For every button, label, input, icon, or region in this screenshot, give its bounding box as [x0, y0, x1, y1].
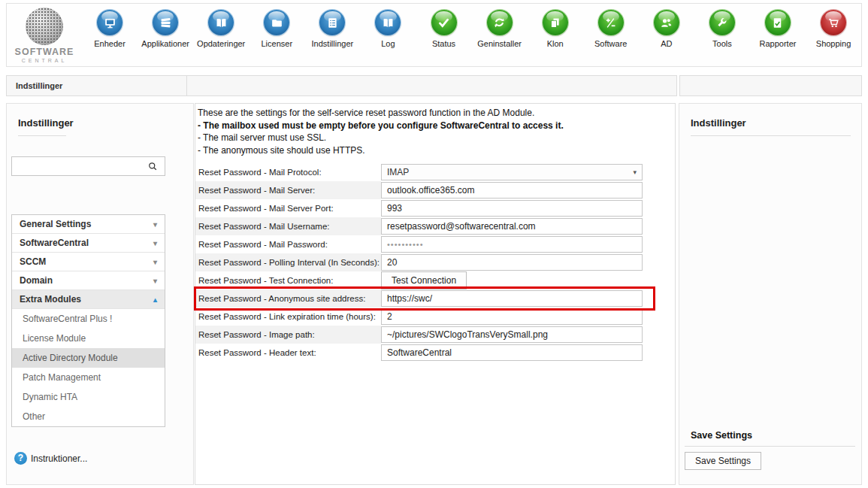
sidebar-item-other[interactable]: Other — [12, 407, 165, 426]
search-icon — [147, 161, 159, 172]
intro-line-1: These are the settings for the self-serv… — [198, 107, 669, 120]
toolbar-item-tools[interactable]: Tools — [694, 10, 750, 66]
field-label: Reset Password - Image path: — [195, 326, 381, 344]
mail-username-input[interactable] — [381, 218, 643, 235]
field-label: Reset Password - Test Connection: — [195, 271, 381, 289]
toolbar-item-rapporter[interactable]: Rapporter — [750, 10, 806, 66]
toolbar-item-status[interactable]: Status — [416, 10, 471, 66]
toolbar-item-label: Log — [381, 39, 395, 48]
chevron-down-icon: ▾ — [153, 215, 157, 234]
right-panel: Indstillinger Save Settings Save Setting… — [679, 103, 862, 485]
toolbar-item-indstillinger[interactable]: Indstillinger — [304, 10, 360, 66]
mail-server-port-input[interactable] — [381, 200, 643, 217]
settings-accordion: General Settings ▾ SoftwareCentral ▾ SCC… — [11, 214, 165, 427]
sidebar-title: Indstillinger — [18, 117, 193, 129]
toolbar-item-klon[interactable]: Klon — [528, 10, 583, 66]
toolbar-item-ad[interactable]: AD — [639, 10, 694, 66]
check-icon — [431, 10, 457, 35]
sidebar-item-patch-management[interactable]: Patch Management — [12, 368, 165, 387]
toolbar-item-label: Enheder — [94, 39, 126, 48]
instructions-label: Instruktioner... — [31, 453, 87, 464]
form-row: Reset Password - Image path: — [195, 326, 675, 344]
monitor-icon — [97, 10, 122, 35]
anonymous-site-input[interactable] — [381, 290, 643, 307]
field-label: Reset Password - Header text: — [195, 344, 381, 362]
toolbar-item-enheder[interactable]: Enheder — [82, 10, 138, 66]
users-icon — [654, 10, 679, 35]
toolbar-item-applikationer[interactable]: Applikationer — [138, 10, 193, 66]
form-row: Reset Password - Mail Server: — [195, 181, 675, 199]
reset-password-form: Reset Password - Mail Protocol: IMAP ▾ R… — [195, 163, 675, 362]
mail-server-input[interactable] — [381, 182, 643, 199]
accordion-label: Extra Modules — [20, 290, 81, 309]
search-input[interactable] — [12, 161, 147, 171]
toolbar-item-opdateringer[interactable]: Opdateringer — [193, 10, 249, 66]
folder-icon — [264, 10, 289, 35]
chevron-down-icon: ▾ — [153, 253, 157, 271]
accordion-label: General Settings — [20, 215, 91, 234]
accordion-domain[interactable]: Domain ▾ — [12, 271, 165, 290]
intro-text: These are the settings for the self-serv… — [195, 104, 675, 156]
toolbar-item-label: Status — [432, 39, 455, 48]
chevron-down-icon: ▾ — [153, 271, 157, 290]
form-row: Reset Password - Link expiration time (h… — [195, 308, 675, 326]
save-settings-button[interactable]: Save Settings — [685, 452, 761, 470]
chevron-down-icon: ▾ — [153, 234, 157, 253]
breadcrumb: Indstillinger — [6, 75, 187, 96]
shopping-cart-icon — [821, 10, 846, 35]
accordion-softwarecentral[interactable]: SoftwareCentral ▾ — [12, 234, 165, 253]
sidebar-item-dynamic-hta[interactable]: Dynamic HTA — [12, 387, 165, 407]
softwarecentral-sphere-logo — [26, 8, 63, 45]
field-label: Reset Password - Mail Server: — [195, 181, 381, 199]
breadcrumb-bar: Indstillinger — [6, 75, 862, 96]
toolbar-item-label: Applikationer — [141, 39, 189, 48]
accordion-sccm[interactable]: SCCM ▾ — [12, 253, 165, 271]
chevron-up-icon: ▴ — [153, 290, 157, 309]
header-text-input[interactable] — [381, 344, 643, 361]
sidebar-search-box[interactable] — [11, 156, 165, 176]
toolbar-item-software[interactable]: Software — [583, 10, 639, 66]
accordion-general-settings[interactable]: General Settings ▾ — [12, 215, 165, 234]
instructions-link[interactable]: ? Instruktioner... — [14, 452, 87, 465]
open-book-icon — [375, 10, 401, 35]
plus-minus-icon — [598, 10, 624, 35]
toolbar-item-geninstaller[interactable]: Geninstaller — [472, 10, 528, 66]
toolbar-items: Enheder Applikationer Opdateringer Licen… — [82, 4, 861, 66]
right-panel-title-rule — [691, 135, 851, 136]
toolbar-item-label: Geninstaller — [477, 39, 522, 48]
toolbar-item-label: Licenser — [261, 39, 292, 48]
softwarecentral-logo: SOFTWARE CENTRAL — [7, 4, 82, 66]
top-toolbar: SOFTWARE CENTRAL Enheder Applikationer O… — [6, 3, 862, 67]
field-label: Reset Password - Mail Server Port: — [195, 199, 381, 217]
sidebar-title-rule — [18, 135, 66, 136]
field-label: Reset Password - Polling Interval (In Se… — [195, 253, 381, 271]
intro-line-4: - The anonymous site should use HTTPS. — [198, 144, 669, 157]
toolbar-item-licenser[interactable]: Licenser — [249, 10, 304, 66]
test-connection-button[interactable]: Test Connection — [381, 271, 467, 289]
settings-main-panel: These are the settings for the self-serv… — [195, 103, 676, 485]
breadcrumb-spacer-right — [679, 75, 862, 96]
accordion-extra-modules[interactable]: Extra Modules ▴ — [12, 290, 165, 309]
chevron-down-icon: ▾ — [633, 168, 637, 176]
image-path-input[interactable] — [381, 326, 643, 343]
settings-sidebar: Indstillinger General Settings ▾ Softwar… — [6, 103, 194, 485]
form-row: Reset Password - Test Connection: Test C… — [195, 271, 675, 289]
polling-interval-input[interactable] — [381, 254, 643, 271]
mail-password-input[interactable] — [381, 236, 643, 253]
sidebar-item-softwarecentral-plus[interactable]: SoftwareCentral Plus ! — [12, 309, 165, 329]
selected-value: IMAP — [387, 167, 409, 177]
toolbar-item-shopping[interactable]: Shopping — [806, 10, 861, 66]
intro-line-3: - The mail server must use SSL. — [198, 132, 669, 144]
toolbar-item-label: Shopping — [816, 39, 851, 48]
form-row: Reset Password - Mail Protocol: IMAP ▾ — [195, 163, 675, 181]
toolbar-item-label: Klon — [547, 39, 564, 48]
sidebar-item-license-module[interactable]: License Module — [12, 329, 165, 348]
sidebar-item-active-directory-module[interactable]: Active Directory Module — [12, 348, 165, 368]
book-stack-icon — [153, 10, 178, 35]
form-row-highlighted: Reset Password - Anonymous site address: — [195, 289, 675, 308]
link-expiration-input[interactable] — [381, 308, 643, 325]
right-panel-title: Indstillinger — [691, 117, 861, 129]
toolbar-item-log[interactable]: Log — [360, 10, 416, 66]
mail-protocol-select[interactable]: IMAP ▾ — [381, 164, 643, 180]
field-label: Reset Password - Mail Password: — [195, 235, 381, 253]
